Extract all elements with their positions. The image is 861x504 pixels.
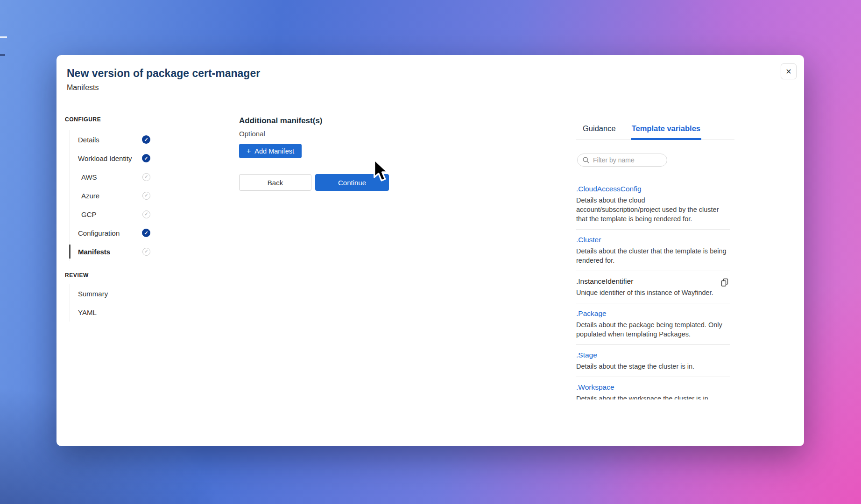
- continue-button[interactable]: Continue: [315, 174, 389, 191]
- review-section-header: REVIEW: [65, 272, 172, 279]
- step-label: AWS: [81, 173, 97, 181]
- variable-item-stage: .Stage Details about the stage the clust…: [576, 345, 730, 377]
- stepper-item-details[interactable]: Details ✓: [70, 130, 153, 149]
- help-panel-tabs: Guidance Template variables: [576, 124, 734, 140]
- variable-description: Details about the cloud account/subscrip…: [576, 196, 727, 224]
- step-label: Workload Identity: [78, 154, 132, 162]
- step-label: Details: [78, 136, 99, 144]
- modal-step-subtitle: Manifests: [67, 83, 793, 92]
- tab-guidance[interactable]: Guidance: [582, 124, 617, 140]
- help-panel: Guidance Template variables .CloudAccess…: [576, 124, 734, 399]
- search-icon: [582, 156, 590, 164]
- variable-item-package: .Package Details about the package being…: [576, 303, 730, 345]
- step-label: Azure: [81, 192, 99, 200]
- close-icon: ✕: [785, 67, 791, 76]
- variable-item-workspace: .Workspace Details about the workspace t…: [576, 377, 730, 399]
- filter-by-name-input[interactable]: [593, 156, 661, 164]
- variable-link[interactable]: .Package: [576, 309, 607, 318]
- step-label: Summary: [78, 290, 108, 298]
- modal-header: New version of package cert-manager Mani…: [56, 55, 804, 92]
- variable-description: Unique identifier of this instance of Wa…: [576, 288, 727, 297]
- copy-icon[interactable]: [720, 278, 729, 287]
- variable-item-cloudaccessconfig: .CloudAccessConfig Details about the clo…: [576, 179, 730, 230]
- desktop-background: New version of package cert-manager Mani…: [0, 0, 861, 504]
- tab-label: Template variables: [632, 124, 700, 133]
- step-label: GCP: [81, 210, 97, 218]
- variable-link[interactable]: .Workspace: [576, 383, 614, 392]
- check-pending-icon: ✓: [142, 248, 150, 256]
- variable-link[interactable]: .Cluster: [576, 235, 601, 245]
- plus-icon: +: [247, 147, 251, 155]
- variable-link[interactable]: .Stage: [576, 350, 597, 360]
- variable-description: Details about the package being template…: [576, 320, 727, 339]
- modal-title: New version of package cert-manager: [67, 66, 793, 80]
- variable-filter: [577, 154, 667, 167]
- stepper-item-configuration[interactable]: Configuration ✓: [70, 224, 153, 242]
- add-manifest-button[interactable]: + Add Manifest: [239, 144, 302, 158]
- check-complete-icon: ✓: [142, 154, 150, 162]
- variable-item-cluster: .Cluster Details about the cluster that …: [576, 230, 730, 271]
- variable-description: Details about the workspace the cluster …: [576, 394, 727, 399]
- variable-description: Details about the cluster that the templ…: [576, 246, 727, 265]
- add-manifest-label: Add Manifest: [254, 147, 294, 155]
- configure-section-header: CONFIGURE: [65, 116, 172, 123]
- step-label: YAML: [78, 308, 97, 316]
- stepper-item-manifests[interactable]: Manifests ✓: [70, 242, 153, 261]
- variable-name[interactable]: .InstanceIdentifier: [576, 277, 633, 286]
- close-button[interactable]: ✕: [781, 63, 797, 79]
- review-steps: Summary YAML: [70, 284, 172, 322]
- new-package-version-modal: New version of package cert-manager Mani…: [56, 55, 804, 446]
- stepper-item-azure[interactable]: Azure ✓: [70, 186, 153, 205]
- background-artifact: [0, 54, 5, 56]
- stepper-item-gcp[interactable]: GCP ✓: [70, 205, 153, 224]
- stepper-item-workload-identity[interactable]: Workload Identity ✓: [70, 149, 153, 168]
- check-pending-icon: ✓: [142, 210, 150, 218]
- step-label: Configuration: [78, 229, 120, 237]
- step-label: Manifests: [78, 248, 110, 256]
- tab-template-variables[interactable]: Template variables: [631, 124, 701, 140]
- form-heading: Additional manifest(s): [239, 116, 393, 126]
- check-pending-icon: ✓: [142, 173, 150, 181]
- form-optional-label: Optional: [239, 129, 393, 139]
- background-artifact: [0, 36, 7, 38]
- template-variable-list[interactable]: .CloudAccessConfig Details about the clo…: [576, 179, 730, 399]
- wizard-stepper: CONFIGURE Details ✓ Workload Identity ✓ …: [65, 116, 172, 322]
- variable-item-instanceidentifier: .InstanceIdentifier Unique identifier of…: [576, 271, 730, 303]
- variable-link[interactable]: .CloudAccessConfig: [576, 184, 642, 194]
- configure-steps: Details ✓ Workload Identity ✓ AWS ✓ Azur…: [70, 130, 172, 261]
- stepper-item-summary[interactable]: Summary: [70, 284, 153, 303]
- tab-label: Guidance: [583, 124, 616, 133]
- wizard-nav-buttons: Back Continue: [239, 174, 393, 191]
- variable-description: Details about the stage the cluster is i…: [576, 362, 727, 371]
- check-complete-icon: ✓: [142, 229, 150, 237]
- check-complete-icon: ✓: [142, 135, 150, 144]
- back-button[interactable]: Back: [239, 174, 311, 191]
- manifests-form: Additional manifest(s) Optional + Add Ma…: [239, 116, 393, 191]
- check-pending-icon: ✓: [142, 192, 150, 200]
- stepper-item-yaml[interactable]: YAML: [70, 303, 153, 322]
- stepper-item-aws[interactable]: AWS ✓: [70, 168, 153, 186]
